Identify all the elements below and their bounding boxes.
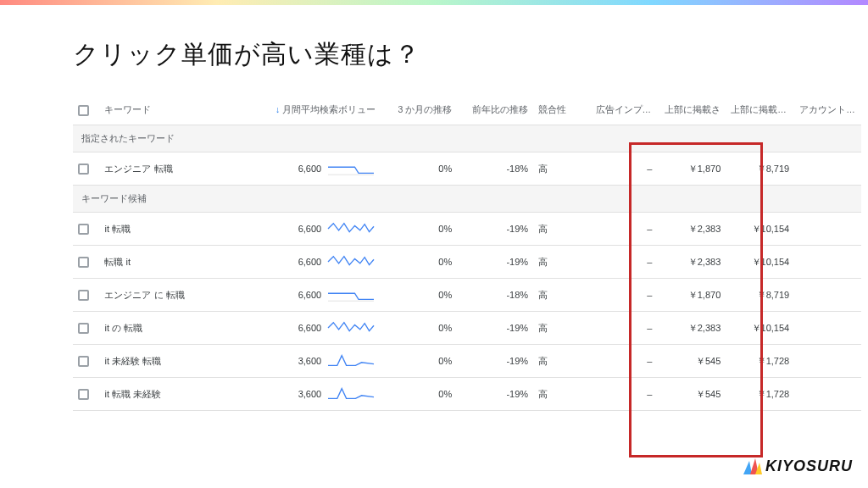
cell-ad-impr: – (591, 279, 658, 312)
cell-keyword: it 転職 (99, 213, 261, 246)
table-row[interactable]: it 転職6,6000%-19%高–￥2,383￥10,154 (73, 213, 861, 246)
cell-bid-high: ￥10,154 (726, 312, 794, 345)
keyword-table: キーワード ↓ 月間平均検索ボリュー 3 か月の推移 前年比の推移 競合性 広告… (73, 96, 861, 411)
cell-ad-impr: – (591, 312, 658, 345)
cell-bid-high: ￥8,719 (726, 279, 794, 312)
cell-bid-high: ￥8,719 (726, 152, 794, 186)
cell-ad-impr: – (591, 345, 658, 378)
row-checkbox[interactable] (78, 257, 89, 268)
cell-competition: 高 (533, 378, 590, 411)
cell-bid-high: ￥1,728 (726, 378, 794, 411)
cell-volume: 6,600 (262, 312, 381, 345)
cell-volume: 6,600 (262, 152, 381, 186)
col-keyword[interactable]: キーワード (99, 96, 261, 125)
cell-bid-high: ￥1,728 (726, 345, 794, 378)
cell-competition: 高 (533, 152, 590, 186)
page-title: クリック単価が高い業種は？ (0, 5, 868, 96)
table-row[interactable]: エンジニア に 転職6,6000%-18%高–￥1,870￥8,719 (73, 279, 861, 312)
col-bid-low[interactable]: 上部に掲載さ (657, 96, 726, 125)
cell-yoy: -19% (457, 213, 533, 246)
cell-ad-impr: – (591, 152, 658, 186)
cell-account (794, 378, 861, 411)
cell-three-month: 0% (381, 152, 457, 186)
cell-bid-low: ￥2,383 (657, 213, 726, 246)
cell-bid-low: ￥1,870 (657, 152, 726, 186)
cell-volume: 3,600 (262, 378, 381, 411)
cell-volume: 6,600 (262, 279, 381, 312)
cell-yoy: -19% (457, 378, 533, 411)
cell-keyword: it 未経験 転職 (99, 345, 261, 378)
sort-arrow-icon: ↓ (275, 104, 280, 114)
section-header-row: 指定されたキーワード (73, 125, 861, 152)
cell-keyword: 転職 it (99, 246, 261, 279)
cell-ad-impr: – (591, 246, 658, 279)
cell-bid-low: ￥2,383 (657, 246, 726, 279)
col-ad-impr[interactable]: 広告インプレッ (591, 96, 658, 125)
cell-three-month: 0% (381, 213, 457, 246)
cell-bid-high: ￥10,154 (726, 246, 794, 279)
col-volume[interactable]: ↓ 月間平均検索ボリュー (262, 96, 381, 125)
cell-competition: 高 (533, 246, 590, 279)
cell-yoy: -19% (457, 345, 533, 378)
col-volume-label: 月間平均検索ボリュー (282, 104, 376, 114)
row-checkbox[interactable] (78, 389, 89, 400)
cell-bid-high: ￥10,154 (726, 213, 794, 246)
col-account[interactable]: アカウントのスラ (794, 96, 861, 125)
cell-competition: 高 (533, 345, 590, 378)
cell-keyword: エンジニア 転職 (99, 152, 261, 186)
table-row[interactable]: エンジニア 転職6,6000%-18%高–￥1,870￥8,719 (73, 152, 861, 186)
cell-competition: 高 (533, 312, 590, 345)
cell-yoy: -19% (457, 246, 533, 279)
brand-logo-icon (740, 458, 764, 476)
brand-footer: KIYOSURU (740, 458, 853, 476)
cell-bid-low: ￥1,870 (657, 279, 726, 312)
cell-ad-impr: – (591, 213, 658, 246)
col-three-month[interactable]: 3 か月の推移 (381, 96, 457, 125)
keyword-table-wrap: キーワード ↓ 月間平均検索ボリュー 3 か月の推移 前年比の推移 競合性 広告… (73, 96, 861, 411)
cell-bid-low: ￥545 (657, 345, 726, 378)
cell-yoy: -18% (457, 279, 533, 312)
cell-yoy: -18% (457, 152, 533, 186)
col-competition[interactable]: 競合性 (533, 96, 590, 125)
row-checkbox[interactable] (78, 224, 89, 235)
section-header-row: キーワード候補 (73, 186, 861, 213)
cell-account (794, 345, 861, 378)
cell-competition: 高 (533, 213, 590, 246)
cell-account (794, 152, 861, 186)
cell-account (794, 312, 861, 345)
cell-account (794, 213, 861, 246)
row-checkbox[interactable] (78, 164, 89, 175)
cell-three-month: 0% (381, 279, 457, 312)
cell-account (794, 246, 861, 279)
table-row[interactable]: it 転職 未経験3,6000%-19%高–￥545￥1,728 (73, 378, 861, 411)
row-checkbox[interactable] (78, 290, 89, 301)
cell-competition: 高 (533, 279, 590, 312)
cell-volume: 3,600 (262, 345, 381, 378)
cell-bid-low: ￥2,383 (657, 312, 726, 345)
cell-volume: 6,600 (262, 246, 381, 279)
col-yoy[interactable]: 前年比の推移 (457, 96, 533, 125)
cell-three-month: 0% (381, 345, 457, 378)
cell-account (794, 279, 861, 312)
cell-volume: 6,600 (262, 213, 381, 246)
cell-ad-impr: – (591, 378, 658, 411)
cell-bid-low: ￥545 (657, 378, 726, 411)
cell-three-month: 0% (381, 378, 457, 411)
col-bid-high[interactable]: 上部に掲載され (726, 96, 794, 125)
table-row[interactable]: 転職 it6,6000%-19%高–￥2,383￥10,154 (73, 246, 861, 279)
row-checkbox[interactable] (78, 356, 89, 367)
select-all-checkbox[interactable] (78, 105, 89, 116)
cell-three-month: 0% (381, 246, 457, 279)
table-row[interactable]: it の 転職6,6000%-19%高–￥2,383￥10,154 (73, 312, 861, 345)
row-checkbox[interactable] (78, 323, 89, 334)
cell-yoy: -19% (457, 312, 533, 345)
table-row[interactable]: it 未経験 転職3,6000%-19%高–￥545￥1,728 (73, 345, 861, 378)
cell-keyword: エンジニア に 転職 (99, 279, 261, 312)
cell-three-month: 0% (381, 312, 457, 345)
cell-keyword: it の 転職 (99, 312, 261, 345)
cell-keyword: it 転職 未経験 (99, 378, 261, 411)
brand-text: KIYOSURU (765, 458, 853, 474)
table-header-row: キーワード ↓ 月間平均検索ボリュー 3 か月の推移 前年比の推移 競合性 広告… (73, 96, 861, 125)
